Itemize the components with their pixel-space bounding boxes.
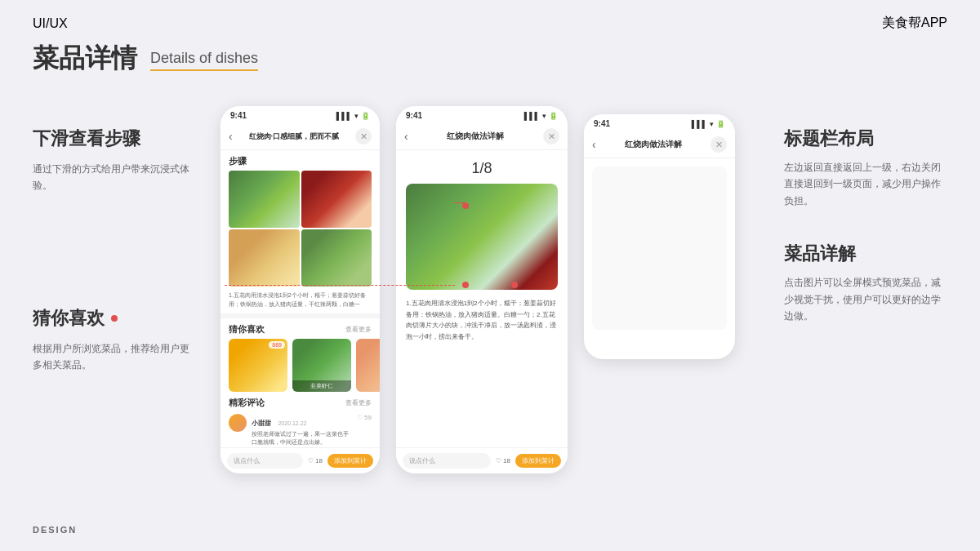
phone3-close[interactable]: ✕ bbox=[710, 136, 727, 153]
phone1-comments: 精彩评论 查看更多 小甜甜 2020.12.22 按照老师做试过了一遍，果一这菜… bbox=[220, 392, 380, 447]
phone1-step-images bbox=[229, 171, 372, 287]
phone1-title: 红烧肉·口感细腻，肥而不腻 bbox=[233, 131, 355, 142]
phone1-see-more[interactable]: 查看更多 bbox=[345, 325, 372, 334]
step-img-1[interactable] bbox=[229, 171, 300, 228]
main-title-cn: 菜品详情 bbox=[33, 45, 137, 71]
comment-likes: ♡ 59 bbox=[357, 414, 372, 421]
phone2-status-icons: ▌▌▌ ▾ 🔋 bbox=[524, 112, 558, 120]
phone2-comment-input[interactable]: 说点什么 bbox=[403, 453, 491, 469]
phone3-title: 红烧肉做法详解 bbox=[596, 139, 710, 150]
header-left-label: UI/UX bbox=[33, 16, 68, 31]
header: UI/UX 美食帮APP bbox=[33, 15, 947, 32]
phone1-recommend-header: 猜你喜欢 查看更多 bbox=[220, 318, 380, 339]
step-img-3[interactable] bbox=[229, 229, 300, 287]
comment-username: 小甜甜 bbox=[252, 420, 271, 427]
step-img-2[interactable] bbox=[301, 171, 372, 228]
left-panel-recommend: 猜你喜欢 根据用户所浏览菜品，推荐给用户更多相关菜品。 bbox=[33, 306, 196, 374]
phone2-step-desc: 1.五花肉用清水浸泡1到2个小时，糯干；葱姜蒜切好备用：铁锅热油，放入猪肉适量。… bbox=[396, 290, 568, 350]
phone3-status-bar: 9:41 ▌▌▌ ▾ 🔋 bbox=[584, 114, 735, 131]
phone1-status-icons: ▌▌▌ ▾ 🔋 bbox=[336, 112, 370, 120]
phone1-comments-header: 精彩评论 查看更多 bbox=[229, 397, 372, 409]
phone1-recommend-title: 猜你喜欢 bbox=[229, 323, 265, 335]
title-section: 菜品详情 Details of dishes bbox=[33, 45, 258, 71]
phone1-comment-1: 小甜甜 2020.12.22 按照老师做试过了一遍，果一这菜也手口脆就哦，中间还… bbox=[229, 414, 372, 447]
annotation-line-recommend bbox=[225, 285, 455, 286]
rec-card-2[interactable]: 韭菜虾仁 bbox=[292, 339, 351, 392]
annotation-dot-phone2 bbox=[511, 282, 518, 288]
phone-1: 9:41 ▌▌▌ ▾ 🔋 ‹ 红烧肉·口感细腻，肥而不腻 ✕ 步骤 1.五花肉用… bbox=[220, 106, 380, 473]
phone2-title: 红烧肉做法详解 bbox=[408, 131, 543, 142]
scroll-section-title: 下滑查看步骤 bbox=[33, 127, 196, 151]
phone2-action-bar: 说点什么 ♡ 18 添加到菜计 bbox=[396, 447, 568, 473]
comment-content: 小甜甜 2020.12.22 按照老师做试过了一遍，果一这菜也手口脆就哦，中间还… bbox=[252, 414, 352, 447]
commenter-avatar bbox=[229, 414, 247, 432]
annotation-dot-1 bbox=[111, 315, 118, 322]
phone2-nav: ‹ 红烧肉做法详解 ✕ bbox=[396, 123, 568, 150]
phone1-nav: ‹ 红烧肉·口感细腻，肥而不腻 ✕ bbox=[220, 123, 380, 150]
comment-text: 按照老师做试过了一遍，果一这菜也手口脆就哦，中间还是点出嫁。 bbox=[252, 430, 352, 447]
phone1-comments-more[interactable]: 查看更多 bbox=[345, 398, 372, 407]
phone1-collect-btn[interactable]: 添加到菜计 bbox=[327, 454, 373, 468]
phone3-status-icons: ▌▌▌ ▾ 🔋 bbox=[692, 120, 725, 128]
phone3-nav: ‹ 红烧肉做法详解 ✕ bbox=[584, 131, 735, 158]
phone2-status-bar: 9:41 ▌▌▌ ▾ 🔋 bbox=[396, 106, 568, 123]
rec-card-3[interactable] bbox=[356, 339, 380, 392]
annotation-dot-recommend bbox=[462, 282, 469, 288]
phone1-action-bar: 说点什么 ♡ 18 添加到菜计 bbox=[220, 447, 380, 473]
comment-date: 2020.12.22 bbox=[278, 420, 306, 426]
phone-3: 9:41 ▌▌▌ ▾ 🔋 ‹ 红烧肉做法详解 ✕ bbox=[584, 114, 735, 359]
footer-label: DESIGN bbox=[33, 525, 77, 535]
rec-likes-1: 889 bbox=[269, 341, 285, 349]
phone1-comment-input[interactable]: 说点什么 bbox=[227, 453, 303, 469]
scroll-section-desc: 通过下滑的方式给用户带来沉浸式体验。 bbox=[33, 161, 196, 194]
recommend-section-title: 猜你喜欢 bbox=[33, 306, 196, 331]
step-img-4[interactable] bbox=[301, 229, 372, 287]
phone2-like-btn[interactable]: ♡ 18 bbox=[496, 457, 510, 464]
annotation-line-steps bbox=[454, 202, 466, 203]
rec-label-2: 韭菜虾仁 bbox=[292, 380, 351, 392]
phone1-status-bar: 9:41 ▌▌▌ ▾ 🔋 bbox=[220, 106, 380, 123]
phone2-big-image[interactable] bbox=[406, 184, 558, 290]
phone1-like-btn[interactable]: ♡ 18 bbox=[308, 457, 323, 464]
recommend-section-desc: 根据用户所浏览菜品，推荐给用户更多相关菜品。 bbox=[33, 340, 196, 374]
rec-card-1[interactable]: 889 bbox=[229, 339, 287, 392]
header-right-label: 美食帮APP bbox=[882, 15, 947, 32]
phone2-close[interactable]: ✕ bbox=[543, 128, 559, 144]
phone1-step-desc: 1.五花肉用清水浸泡1到2个小时，糯干；葱姜蒜切好备用；铁锅热油，放入猪肉适量，… bbox=[220, 287, 380, 313]
phone1-recommend-cards: 889 韭菜虾仁 bbox=[220, 339, 380, 392]
phone1-steps-label: 步骤 bbox=[220, 150, 380, 171]
phone-2: 9:41 ▌▌▌ ▾ 🔋 ‹ 红烧肉做法详解 ✕ 1/8 1.五花肉用清水浸泡1… bbox=[396, 106, 568, 473]
left-panel-scroll: 下滑查看步骤 通过下滑的方式给用户带来沉浸式体验。 bbox=[33, 127, 196, 194]
phone2-step-counter: 1/8 bbox=[396, 150, 568, 184]
annotation-dot-steps bbox=[462, 202, 469, 209]
phones-container: 9:41 ▌▌▌ ▾ 🔋 ‹ 红烧肉·口感细腻，肥而不腻 ✕ 步骤 1.五花肉用… bbox=[220, 106, 980, 510]
phone1-close[interactable]: ✕ bbox=[355, 128, 372, 144]
main-title-en: Details of dishes bbox=[150, 50, 258, 71]
phone2-collect-btn[interactable]: 添加到菜计 bbox=[515, 454, 561, 468]
phone1-comments-title: 精彩评论 bbox=[229, 397, 265, 409]
phone3-content-placeholder bbox=[592, 167, 727, 330]
